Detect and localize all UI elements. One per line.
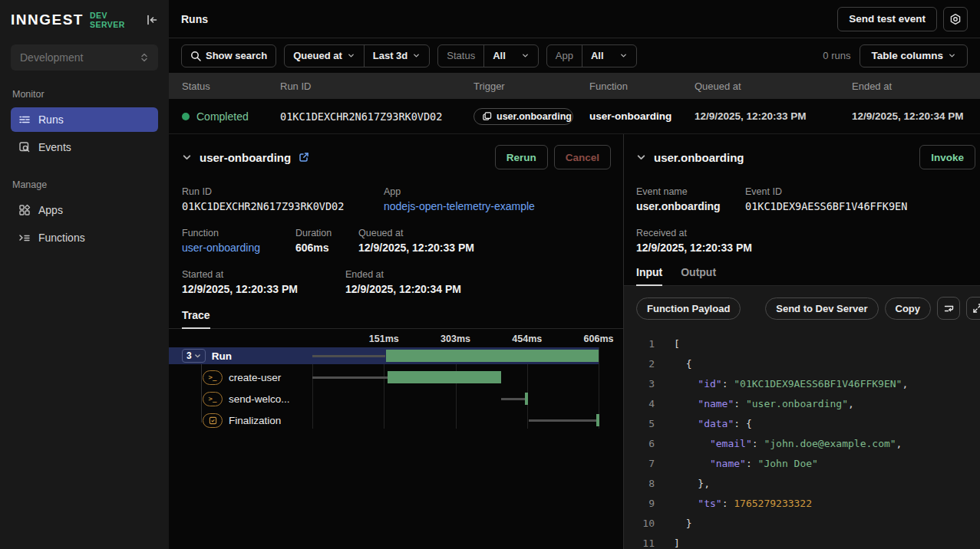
environment-select-value: Development [20, 51, 84, 64]
cancel-button[interactable]: Cancel [554, 145, 611, 169]
code-line: 2 { [624, 353, 980, 373]
received-at-value: 12/9/2025, 12:20:33 PM [636, 242, 752, 254]
tab-output[interactable]: Output [681, 266, 716, 286]
step-terminal-icon: >_ [203, 370, 223, 385]
step-terminal-icon: >_ [203, 392, 223, 406]
code-line: 5 "data": { [624, 413, 980, 433]
send-test-event-button[interactable]: Send test event [837, 7, 937, 31]
line-number: 1 [624, 338, 655, 350]
trace-row-create-user[interactable]: >_create-user [169, 369, 599, 386]
invoke-button[interactable]: Invoke [919, 145, 975, 169]
functions-icon [18, 232, 31, 244]
time-range-dropdown[interactable]: Last 3d [365, 45, 430, 67]
line-number: 4 [624, 398, 655, 409]
trace-span-label: Run [212, 350, 232, 362]
chevron-down-icon [412, 51, 421, 60]
external-link-icon[interactable] [299, 152, 309, 163]
run-title: user-onboarding [200, 151, 291, 164]
line-number: 10 [624, 518, 655, 529]
function-payload-button[interactable]: Function Payload [636, 298, 741, 320]
trace-row-run[interactable]: 3 Run [169, 347, 599, 364]
collapse-sidebar-icon[interactable] [146, 14, 158, 26]
sidebar-item-apps[interactable]: Apps [11, 198, 158, 222]
status-filter-dropdown[interactable]: All [484, 45, 538, 67]
trace-span-label: Finalization [229, 415, 281, 426]
sidebar-item-functions[interactable]: Functions [11, 225, 158, 250]
execution-span-bar[interactable] [596, 414, 599, 426]
field-label: Ended at [345, 269, 461, 280]
code-line: 7 "name": "John Doe" [624, 453, 980, 473]
column-header: Function [589, 81, 695, 92]
sidebar-item-runs[interactable]: Runs [11, 107, 158, 132]
event-icon [482, 111, 492, 121]
payload-section: Function Payload Send to Dev Server Copy… [624, 286, 980, 549]
trace-waterfall: 151ms303ms454ms606ms 3 Run>_create-user>… [169, 330, 623, 549]
run-id-value: 01KC1DEXCHR2N617Z93RK0VD02 [182, 200, 384, 212]
queue-wait-line [312, 355, 385, 357]
chevron-down-icon [948, 51, 956, 60]
trigger-pill[interactable]: user.onboarding [474, 108, 573, 125]
show-search-button[interactable]: Show search [181, 44, 276, 67]
execution-span-bar[interactable] [388, 371, 501, 383]
column-header: Status [182, 81, 280, 92]
trace-row-send-welco-[interactable]: >_send-welco... [169, 390, 599, 407]
collapse-steps-badge[interactable]: 3 [182, 349, 206, 363]
field-label: Run ID [182, 186, 384, 197]
queued-at-label: Queued at [293, 50, 342, 61]
rerun-button[interactable]: Rerun [495, 145, 548, 169]
collapse-chevron-icon[interactable] [182, 153, 192, 163]
code-line: 8 }, [624, 473, 980, 493]
execution-span-bar[interactable] [386, 350, 599, 362]
environment-select[interactable]: Development [11, 44, 158, 71]
line-number: 11 [624, 537, 655, 549]
queued-at-value: 12/9/2025, 12:20:33 PM [358, 242, 474, 254]
table-columns-dropdown[interactable]: Table columns [860, 44, 968, 67]
sidebar-section-manage: Manage [12, 179, 157, 190]
word-wrap-icon[interactable] [937, 297, 960, 320]
sidebar-item-events[interactable]: Events [11, 135, 158, 159]
duration-value: 606ms [295, 242, 358, 254]
collapse-chevron-icon[interactable] [636, 153, 646, 163]
function-link[interactable]: user-onboarding [182, 242, 295, 254]
status-completed-dot [182, 113, 190, 120]
field-label: Event name [636, 186, 745, 197]
tab-input[interactable]: Input [636, 266, 662, 286]
trace-span-label: send-welco... [229, 393, 290, 405]
sidebar-item-label: Apps [38, 204, 63, 216]
status-filter-value: All [493, 50, 506, 61]
payload-code-editor[interactable]: 1[2 {3 "id": "01KC1DEX9AESS6BF1V46FFK9EN… [624, 327, 980, 549]
field-label: Started at [182, 269, 345, 280]
axis-tick-label: 454ms [512, 334, 542, 344]
status-filter: Status All [437, 44, 538, 67]
apps-icon [18, 204, 31, 216]
settings-gear-icon[interactable] [943, 7, 968, 31]
line-number: 7 [624, 458, 655, 469]
code-line: 10 } [624, 513, 980, 533]
table-row[interactable]: Completed 01KC1DEXCHR2N617Z93RK0VD02 use… [169, 99, 980, 134]
trace-row-finalization[interactable]: Finalization [169, 412, 599, 429]
field-label: Function [182, 228, 295, 238]
app-link[interactable]: nodejs-open-telemetry-example [384, 200, 535, 212]
send-to-dev-server-button[interactable]: Send to Dev Server [765, 298, 878, 320]
show-search-label: Show search [206, 50, 267, 61]
app-filter-value: All [591, 50, 604, 61]
main-area: Runs Send test event Show search Qu [169, 0, 980, 549]
line-number: 9 [624, 498, 655, 509]
queue-wait-line [529, 419, 596, 422]
sidebar: INNGEST DEV SERVER Development Monitor R… [0, 0, 169, 549]
code-line: 1[ [624, 334, 980, 353]
queue-wait-line [501, 398, 525, 400]
ended-at-cell: 12/9/2025, 12:20:34 PM [852, 110, 980, 122]
time-filter: Queued at Last 3d [284, 44, 430, 67]
code-line: 9 "ts": 1765279233322 [624, 493, 980, 513]
expand-icon[interactable] [966, 297, 980, 320]
execution-span-bar[interactable] [525, 393, 528, 405]
copy-button[interactable]: Copy [885, 298, 932, 320]
details-split: user-onboarding Rerun Cancel Run ID 01KC… [169, 134, 980, 549]
tab-trace[interactable]: Trace [182, 309, 210, 329]
queue-wait-line [312, 376, 388, 379]
queued-at-dropdown[interactable]: Queued at [285, 45, 364, 67]
code-line: 3 "id": "01KC1DEX9AESS6BF1V46FFK9EN", [624, 373, 980, 393]
app-filter-dropdown[interactable]: All [582, 45, 636, 67]
run-id-cell: 01KC1DEXCHR2N617Z93RK0VD02 [280, 110, 474, 123]
